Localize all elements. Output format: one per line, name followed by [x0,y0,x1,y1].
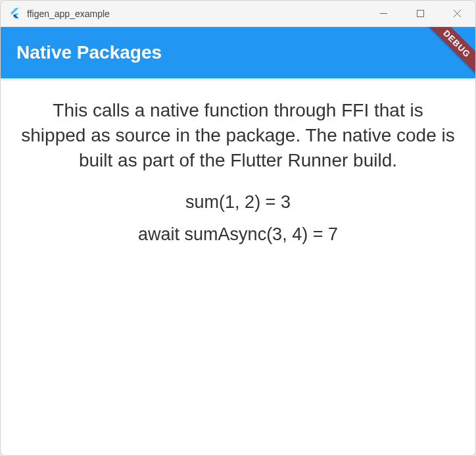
description-text: This calls a native function through FFI… [19,98,457,172]
debug-banner: DEBUG [421,27,475,78]
sum-result-text: sum(1, 2) = 3 [19,192,457,213]
app-bar: Native Packages DEBUG [1,27,475,78]
sum-async-result-text: await sumAsync(3, 4) = 7 [19,224,457,245]
window-titlebar: ffigen_app_example [1,1,475,27]
window-controls [365,1,475,26]
svg-rect-0 [417,11,423,17]
maximize-button[interactable] [402,1,439,26]
window-title: ffigen_app_example [27,9,365,19]
close-button[interactable] [439,1,475,26]
minimize-button[interactable] [365,1,402,26]
app-content: This calls a native function through FFI… [1,78,475,455]
app-bar-title: Native Packages [16,42,162,63]
app-window: ffigen_app_example Native Packages DEBUG… [0,0,476,456]
flutter-icon [9,8,20,20]
